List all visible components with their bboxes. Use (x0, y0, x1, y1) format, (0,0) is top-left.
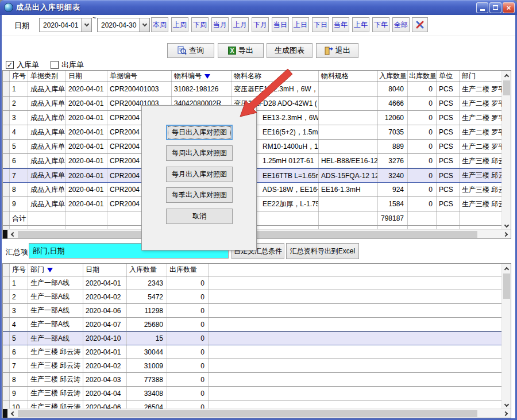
column-header[interactable]: 出库数量 (167, 264, 209, 276)
column-header[interactable]: 单据类别 (28, 71, 66, 82)
date-from-dropdown[interactable] (81, 18, 91, 32)
range-button[interactable]: 当年 (332, 17, 349, 32)
scroll-up-button[interactable] (502, 264, 511, 273)
weekly-chart-button[interactable]: 每周出入库对照图 (166, 145, 233, 161)
table-row[interactable]: 7生产三楼 邱云涛2020-04-02310090 (3, 359, 501, 373)
range-button[interactable]: 下年 (372, 17, 389, 32)
range-button[interactable]: 上年 (352, 17, 369, 32)
scroll-right-button[interactable] (501, 230, 511, 239)
range-button[interactable]: 本周 (151, 17, 168, 32)
row-indicator[interactable] (3, 183, 10, 196)
column-header[interactable]: 日期 (66, 71, 107, 82)
vscroll-thumb[interactable] (503, 273, 510, 299)
scroll-left-button[interactable] (7, 409, 17, 418)
minimize-button[interactable] (476, 2, 488, 13)
quarterly-chart-button[interactable]: 每季出入库对照图 (166, 187, 233, 203)
range-button[interactable]: 当月 (211, 17, 229, 32)
table-row[interactable]: 8生产三楼 邱云涛2020-04-03773880 (3, 373, 501, 387)
window-title: 成品出入库明细表 (16, 2, 80, 13)
row-indicator[interactable] (3, 290, 10, 303)
detail-table-vscrollbar[interactable] (501, 71, 511, 230)
vscroll-thumb[interactable] (503, 80, 510, 95)
generate-chart-button[interactable]: 生成图表 (267, 43, 312, 58)
table-row[interactable]: 4生产一部A线2020-04-07256800 (3, 318, 501, 332)
row-indicator[interactable] (3, 304, 10, 317)
scroll-right-button[interactable] (501, 409, 511, 418)
daily-chart-button[interactable]: 每日出入库对照图 (166, 125, 233, 140)
column-header[interactable]: 日期 (83, 264, 127, 276)
summary-export-excel-button[interactable]: 汇总资料导出到Excel (286, 243, 359, 259)
column-header[interactable]: 部门 (28, 264, 83, 276)
row-indicator[interactable] (3, 125, 10, 139)
row-indicator[interactable] (3, 345, 10, 359)
monthly-chart-button[interactable]: 每月出入库对照图 (166, 167, 233, 182)
row-indicator[interactable] (3, 97, 10, 110)
table-row[interactable]: 3生产一部A线2020-04-06112980 (3, 304, 501, 318)
row-indicator[interactable] (3, 82, 10, 96)
range-button[interactable]: 上周 (171, 17, 188, 32)
table-cell: 成品入库单 (28, 140, 66, 153)
range-button[interactable]: 上日 (292, 17, 309, 32)
range-button[interactable]: 下日 (312, 17, 329, 32)
column-header[interactable]: 物料编号 (172, 71, 232, 82)
column-header[interactable]: 部门 (460, 71, 501, 82)
row-indicator[interactable] (3, 197, 10, 211)
date-tools-button[interactable] (412, 17, 428, 32)
close-button[interactable]: × (503, 2, 515, 13)
table-row[interactable]: 5生产一部A线2020-04-10150 (3, 332, 501, 345)
table-row[interactable]: 9生产三楼 邱云涛2020-04-04334080 (3, 387, 501, 400)
summary-table-hscrollbar[interactable] (3, 409, 511, 418)
scroll-left-button[interactable] (7, 230, 17, 239)
row-indicator[interactable] (3, 373, 10, 386)
table-row[interactable]: 10生产三楼 邱云涛2020-04-06265040 (3, 400, 501, 409)
cancel-button[interactable]: 取消 (166, 209, 233, 224)
column-header[interactable]: 序号 (10, 71, 28, 82)
row-indicator[interactable] (3, 387, 10, 400)
exit-button[interactable]: 退出 (316, 43, 358, 58)
close-icon: × (507, 4, 511, 11)
range-button[interactable]: 全部 (392, 17, 410, 32)
export-button[interactable]: X 导出 (218, 43, 264, 58)
table-cell: 0 (408, 111, 437, 125)
row-indicator[interactable] (3, 359, 10, 372)
table-row[interactable]: 2生产一部A线2020-04-0254720 (3, 290, 501, 304)
date-from-combo[interactable]: 2020-04-01 (39, 18, 92, 32)
row-indicator[interactable] (3, 332, 10, 345)
summary-table-vscrollbar[interactable] (501, 264, 511, 410)
row-indicator[interactable] (3, 111, 10, 125)
date-to-dropdown[interactable] (139, 18, 149, 32)
row-indicator[interactable] (3, 318, 10, 331)
column-header[interactable]: 序号 (10, 264, 28, 276)
row-indicator[interactable] (3, 276, 10, 290)
inbound-checkbox[interactable]: ✓ 入库单 (6, 60, 39, 70)
column-header[interactable]: 入库数量 (378, 71, 408, 82)
outbound-checkbox[interactable]: 出库单 (51, 60, 84, 70)
row-indicator[interactable] (3, 169, 10, 182)
row-indicator[interactable] (3, 400, 10, 409)
row-indicator[interactable] (3, 140, 10, 153)
range-button[interactable]: 下月 (252, 17, 269, 32)
query-button[interactable]: 查询 (167, 43, 214, 58)
table-row[interactable]: 1生产一部A线2020-04-0123430 (3, 276, 501, 290)
splitter-handle[interactable] (3, 230, 7, 239)
column-header[interactable]: 物料规格 (319, 71, 378, 82)
column-header[interactable]: 单据编号 (107, 71, 172, 82)
scroll-up-button[interactable] (502, 71, 511, 80)
hscroll-thumb[interactable] (18, 410, 477, 417)
row-indicator[interactable] (3, 154, 10, 168)
date-to-combo[interactable]: 2020-04-30 (97, 18, 150, 32)
column-header[interactable]: 物料名称 (232, 71, 319, 82)
table-row[interactable]: 6生产三楼 邱云涛2020-04-01300440 (3, 345, 501, 359)
maximize-button[interactable] (489, 2, 501, 13)
column-header[interactable]: 单位 (437, 71, 460, 82)
splitter-handle[interactable] (3, 409, 7, 418)
titlebar[interactable]: 成品出入库明细表 × (0, 0, 517, 15)
table-row[interactable]: 1成品入库单2020-04-01CPR20040100331082-198126… (3, 82, 501, 97)
range-button[interactable]: 当日 (272, 17, 289, 32)
column-header[interactable]: 入库数量 (127, 264, 167, 276)
column-header[interactable]: 出库数量 (408, 71, 437, 82)
table-cell: PCS (437, 82, 460, 96)
detail-table-hscrollbar[interactable] (3, 229, 511, 238)
range-button[interactable]: 下周 (191, 17, 209, 32)
range-button[interactable]: 上月 (232, 17, 249, 32)
